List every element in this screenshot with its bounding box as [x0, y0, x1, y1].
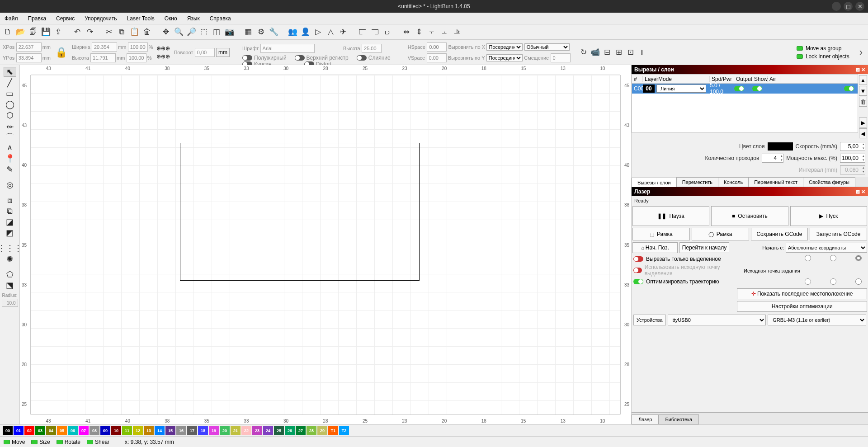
- camera-icon[interactable]: 📷: [224, 27, 234, 37]
- show-toggle[interactable]: [752, 86, 762, 91]
- optimize-toggle[interactable]: [633, 279, 643, 284]
- move-led[interactable]: [4, 440, 10, 444]
- palette-chip-20[interactable]: 20: [220, 426, 230, 435]
- palette-chip-15[interactable]: 15: [165, 426, 175, 435]
- path-tool-icon[interactable]: ⬰: [4, 121, 16, 131]
- ypos-input[interactable]: [16, 53, 42, 62]
- grid-tool-icon[interactable]: ⋮⋮⋮: [4, 243, 16, 253]
- save-icon[interactable]: 💾: [41, 27, 51, 37]
- offset-input[interactable]: [551, 53, 571, 62]
- preview-icon[interactable]: ▦: [243, 27, 253, 37]
- palette-chip-07[interactable]: 07: [79, 426, 89, 435]
- width-input[interactable]: [92, 42, 117, 52]
- polygon-tool-icon[interactable]: ⬡: [4, 110, 16, 120]
- palette-chip-28[interactable]: 28: [307, 426, 316, 435]
- dist1-icon[interactable]: ⊟: [602, 47, 612, 57]
- run-gcode-button[interactable]: Запустить GCode: [810, 228, 867, 240]
- layer-next-button[interactable]: ▶: [859, 118, 867, 127]
- tab-shapeprops[interactable]: Свойства фигуры: [803, 177, 855, 187]
- palette-chip-10[interactable]: 10: [111, 426, 121, 435]
- palette-chip-08[interactable]: 08: [90, 426, 99, 435]
- move-group-led[interactable]: [797, 46, 803, 51]
- paste-icon[interactable]: 📋: [129, 27, 139, 37]
- show-last-pos-button[interactable]: ✛ Показать последнее местоположение: [737, 288, 867, 299]
- distribute-v-icon[interactable]: ⇕: [414, 27, 424, 37]
- maximize-button[interactable]: ◻: [844, 2, 853, 11]
- cut-icon[interactable]: ✂: [104, 27, 114, 37]
- palette-chip-26[interactable]: 26: [285, 426, 295, 435]
- palette-chip-16[interactable]: 16: [176, 426, 186, 435]
- palette-chip-00[interactable]: 00: [3, 426, 13, 435]
- cuts-panel-close-icon[interactable]: ⊠ ✕: [856, 67, 865, 73]
- menu-file[interactable]: Файл: [3, 14, 20, 23]
- size-led[interactable]: [31, 440, 38, 444]
- palette-chip-24[interactable]: 24: [263, 426, 273, 435]
- bool1-tool-icon[interactable]: ◪: [4, 217, 16, 227]
- tab-vartext[interactable]: Переменный текст: [748, 177, 803, 187]
- layer-up-button[interactable]: ▲: [859, 75, 867, 85]
- hspace-input[interactable]: [427, 42, 447, 52]
- palette-chip-05[interactable]: 05: [57, 426, 67, 435]
- palette-chip-12[interactable]: 12: [133, 426, 143, 435]
- export-icon[interactable]: ⇪: [53, 27, 63, 37]
- menu-language[interactable]: Язык: [185, 14, 202, 23]
- palette-chip-18[interactable]: 18: [198, 426, 208, 435]
- palette-chip-14[interactable]: 14: [155, 426, 165, 435]
- cuts-layers-table[interactable]: # Layer Mode Spd/Pwr Output Show Air C00…: [632, 74, 858, 133]
- lock-inner-led[interactable]: [797, 54, 803, 59]
- group-icon[interactable]: 👥: [288, 27, 297, 37]
- ellipse-tool-icon[interactable]: ◯: [4, 99, 16, 109]
- aligny-select[interactable]: Посередине: [486, 54, 523, 61]
- palette-chip-27[interactable]: 27: [296, 426, 306, 435]
- frame-rect-button[interactable]: ⬚ Рамка: [632, 228, 690, 240]
- open-icon[interactable]: 📂: [15, 27, 25, 37]
- ungroup-icon[interactable]: 👤: [300, 27, 310, 37]
- new-icon[interactable]: 🗋: [3, 27, 13, 37]
- circle-tool-icon[interactable]: ◎: [4, 180, 16, 190]
- palette-chip-17[interactable]: 17: [187, 426, 197, 435]
- font-select[interactable]: [260, 44, 315, 53]
- propbar-more-icon[interactable]: ›: [857, 47, 865, 58]
- text-tool-icon[interactable]: A: [4, 143, 16, 153]
- tab-laser[interactable]: Лазер: [632, 414, 659, 424]
- lock-icon[interactable]: 🔒: [55, 47, 67, 58]
- laser-panel-close-icon[interactable]: ⊠ ✕: [856, 189, 865, 195]
- offset-tool-icon[interactable]: ⧈: [4, 195, 16, 205]
- rotate-input[interactable]: [195, 48, 215, 57]
- font-height-input[interactable]: [362, 44, 382, 53]
- palette-chip-23[interactable]: 23: [252, 426, 262, 435]
- palette-chip-02[interactable]: 02: [24, 426, 34, 435]
- menu-laser-tools[interactable]: Laser Tools: [125, 14, 156, 23]
- width-pct-input[interactable]: [128, 42, 148, 52]
- opt-settings-button[interactable]: Настройки оптимизации: [737, 301, 867, 312]
- palette-chip-04[interactable]: 04: [46, 426, 56, 435]
- deform-tool-icon[interactable]: ⬔: [4, 280, 16, 290]
- air-toggle[interactable]: [844, 86, 854, 91]
- zoom-in-icon[interactable]: 🔍: [174, 27, 184, 37]
- start-button[interactable]: ▶Пуск: [790, 206, 867, 226]
- layer-delete-button[interactable]: 🗑: [859, 97, 867, 107]
- menu-edit[interactable]: Правка: [26, 14, 48, 23]
- align-right-icon[interactable]: ⫐: [382, 27, 392, 37]
- align-center-icon[interactable]: ⫎: [370, 27, 380, 37]
- import-icon[interactable]: 🗐: [28, 27, 38, 37]
- canvas[interactable]: 434140383533302825232018151310 454340383…: [20, 65, 631, 424]
- align-middle-icon[interactable]: ⫠: [439, 27, 449, 37]
- xpos-input[interactable]: [16, 42, 42, 52]
- port-select[interactable]: ttyUSB0: [668, 315, 766, 325]
- device-settings-icon[interactable]: 🔧: [269, 27, 278, 37]
- zoom-out-icon[interactable]: 🔎: [186, 27, 196, 37]
- mirror-h-icon[interactable]: ▷: [313, 27, 323, 37]
- zoom-sel-icon[interactable]: ◫: [212, 27, 222, 37]
- palette-chip-T2[interactable]: T2: [339, 426, 349, 435]
- undo-icon[interactable]: ↶: [72, 27, 82, 37]
- height-input[interactable]: [90, 53, 116, 62]
- rotate-led[interactable]: [57, 440, 63, 444]
- vspace-input[interactable]: [427, 53, 447, 62]
- layer-down-button[interactable]: ▼: [859, 86, 867, 96]
- curve-tool-icon[interactable]: ⌒: [4, 132, 16, 142]
- align-top-icon[interactable]: ⫟: [427, 27, 437, 37]
- palette-chip-09[interactable]: 09: [100, 426, 110, 435]
- dist3-icon[interactable]: ⊡: [626, 47, 636, 57]
- shear-led[interactable]: [87, 440, 93, 444]
